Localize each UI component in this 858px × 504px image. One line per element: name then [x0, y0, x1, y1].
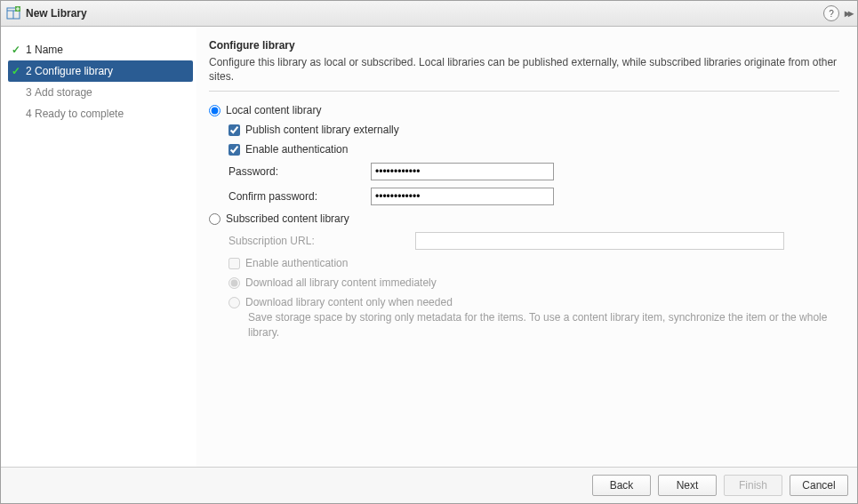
- step-number: 2: [26, 65, 32, 77]
- step-label: Ready to complete: [35, 108, 124, 120]
- wizard-steps: ✓ 1 Name ✓ 2 Configure library ✓ 3 Add s…: [1, 27, 196, 468]
- password-field[interactable]: [371, 163, 554, 180]
- finish-button: Finish: [724, 475, 782, 496]
- radio-local[interactable]: [209, 105, 221, 116]
- subscription-url-label: Subscription URL:: [229, 235, 415, 247]
- step-configure-library[interactable]: ✓ 2 Configure library: [8, 60, 193, 82]
- check-icon: ✓: [10, 44, 22, 56]
- step-number: 3: [26, 86, 32, 99]
- section-subtext: Configure this library as local or subsc…: [209, 55, 839, 92]
- collapse-icon[interactable]: ▸▸: [845, 7, 852, 20]
- step-add-storage[interactable]: ✓ 3 Add storage: [1, 82, 196, 103]
- subscription-url-row: Subscription URL:: [229, 232, 839, 250]
- step-ready[interactable]: ✓ 4 Ready to complete: [1, 103, 196, 124]
- step-label: Add storage: [35, 86, 92, 99]
- dialog-body: ✓ 1 Name ✓ 2 Configure library ✓ 3 Add s…: [1, 27, 857, 468]
- publish-row: Publish content library externally: [229, 124, 839, 136]
- titlebar: New Library ? ▸▸: [1, 1, 857, 27]
- step-label: Name: [35, 44, 63, 56]
- titlebar-controls: ? ▸▸: [823, 5, 852, 21]
- next-button[interactable]: Next: [658, 475, 717, 496]
- download-all-row: Download all library content immediately: [229, 276, 839, 289]
- confirm-password-label: Confirm password:: [229, 190, 371, 203]
- download-all-label: Download all library content immediately: [245, 276, 437, 289]
- sub-auth-label: Enable authentication: [245, 257, 348, 269]
- subscription-url-field: [415, 232, 784, 250]
- dialog-title: New Library: [26, 7, 823, 20]
- check-icon: ✓: [10, 65, 22, 77]
- dialog-window: New Library ? ▸▸ ✓ 1 Name ✓ 2 Configure …: [0, 0, 858, 504]
- dialog-footer: Back Next Finish Cancel: [1, 467, 857, 503]
- option-subscribed: Subscribed content library: [209, 212, 839, 225]
- cancel-button[interactable]: Cancel: [790, 475, 848, 496]
- local-subblock: Publish content library externally Enabl…: [229, 124, 839, 205]
- radio-subscribed[interactable]: [209, 213, 221, 225]
- password-label: Password:: [229, 165, 371, 178]
- library-icon: [6, 6, 20, 20]
- download-ondemand-row: Download library content only when neede…: [229, 296, 839, 308]
- radio-local-label: Local content library: [226, 104, 321, 116]
- confirm-password-field[interactable]: [371, 188, 554, 205]
- help-icon[interactable]: ?: [823, 5, 839, 21]
- step-number: 4: [26, 108, 32, 120]
- download-ondemand-label: Download library content only when neede…: [245, 296, 453, 308]
- sub-auth-row: Enable authentication: [229, 257, 839, 269]
- checkbox-enable-auth[interactable]: [229, 144, 240, 156]
- auth-row: Enable authentication: [229, 143, 839, 156]
- subscribed-subblock: Subscription URL: Enable authentication …: [229, 232, 839, 340]
- password-row: Password:: [229, 163, 839, 180]
- radio-download-ondemand: [229, 297, 240, 308]
- section-heading: Configure library: [209, 39, 839, 52]
- radio-download-all: [229, 277, 240, 289]
- step-name[interactable]: ✓ 1 Name: [1, 39, 196, 60]
- option-local: Local content library: [209, 104, 839, 116]
- checkbox-publish-externally[interactable]: [229, 124, 240, 136]
- download-hint: Save storage space by storing only metad…: [248, 310, 839, 340]
- back-button[interactable]: Back: [592, 475, 651, 496]
- confirm-password-row: Confirm password:: [229, 188, 839, 205]
- step-number: 1: [26, 44, 32, 56]
- step-label: Configure library: [35, 65, 113, 77]
- main-content: Configure library Configure this library…: [196, 27, 857, 468]
- radio-subscribed-label: Subscribed content library: [226, 212, 349, 225]
- publish-label: Publish content library externally: [245, 124, 399, 136]
- checkbox-sub-enable-auth: [229, 258, 240, 269]
- auth-label: Enable authentication: [245, 143, 348, 156]
